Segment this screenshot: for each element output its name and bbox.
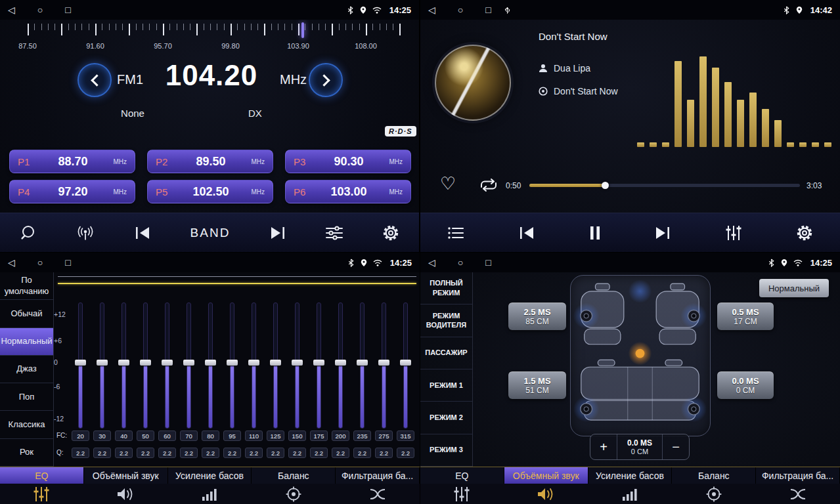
tab-surround[interactable]: Объёмный звук: [84, 467, 168, 484]
eq-band-slider[interactable]: [113, 303, 135, 429]
eq-band-slider[interactable]: [200, 303, 221, 429]
bass-boost-icon[interactable]: [588, 484, 673, 504]
tab-balance[interactable]: Баланс: [672, 467, 756, 484]
eq-slider-handle[interactable]: [292, 360, 303, 366]
settings-gear-button[interactable]: [382, 224, 399, 242]
delay-front-right[interactable]: 0.5 MS 17 CM: [717, 303, 774, 330]
nav-back-button[interactable]: [8, 258, 15, 267]
mode-3[interactable]: РЕЖИМ 3: [420, 434, 472, 467]
surround-speaker-icon[interactable]: [504, 484, 588, 504]
balance-target-icon[interactable]: [252, 484, 336, 504]
eq-band-slider[interactable]: [351, 303, 373, 429]
eq-band-slider[interactable]: [395, 303, 416, 429]
tab-bass-boost[interactable]: Усиление басов: [168, 467, 252, 484]
pause-button[interactable]: [589, 226, 601, 240]
eq-band-slider[interactable]: [135, 303, 156, 429]
nav-home-button[interactable]: [458, 258, 463, 267]
eq-slider-handle[interactable]: [140, 360, 151, 366]
preset-button-p2[interactable]: P289.50MHz: [147, 150, 273, 173]
equalizer-button[interactable]: [725, 225, 742, 241]
eq-band-slider[interactable]: [308, 303, 330, 429]
nav-home-button[interactable]: [37, 5, 43, 14]
eq-slider-handle[interactable]: [118, 360, 129, 366]
eq-slider-track[interactable]: [143, 303, 148, 429]
crossover-filter-icon[interactable]: [336, 484, 420, 504]
tab-bass-boost[interactable]: Усиление басов: [588, 467, 673, 484]
eq-preset-rock[interactable]: Рок: [0, 439, 53, 467]
tune-down-button[interactable]: [77, 63, 112, 97]
eq-slider-track[interactable]: [317, 303, 321, 429]
nav-home-button[interactable]: [458, 5, 463, 14]
crossover-filter-icon[interactable]: [756, 484, 840, 504]
eq-slider-handle[interactable]: [97, 360, 108, 366]
eq-slider-handle[interactable]: [248, 360, 259, 366]
eq-slider-handle[interactable]: [75, 360, 86, 366]
eq-band-slider[interactable]: [91, 303, 113, 429]
bass-boost-icon[interactable]: [168, 484, 252, 504]
delay-front-left[interactable]: 2.5 MS 85 CM: [508, 303, 566, 330]
surround-speaker-icon[interactable]: [84, 484, 168, 504]
preset-button-p1[interactable]: P188.70MHz: [9, 150, 135, 173]
mode-1[interactable]: РЕЖИМ 1: [420, 369, 472, 402]
eq-slider-track[interactable]: [252, 303, 256, 429]
eq-slider-track[interactable]: [122, 303, 126, 429]
eq-band-slider[interactable]: [70, 303, 91, 429]
eq-slider-handle[interactable]: [335, 360, 346, 366]
previous-track-button[interactable]: [518, 226, 535, 240]
nav-back-button[interactable]: [428, 5, 435, 14]
eq-slider-handle[interactable]: [313, 360, 324, 366]
progress-thumb[interactable]: [602, 182, 609, 189]
tab-balance[interactable]: Баланс: [252, 467, 336, 484]
eq-slider-track[interactable]: [165, 303, 169, 429]
scan-button[interactable]: [20, 224, 37, 242]
next-station-button[interactable]: [269, 226, 286, 240]
eq-band-slider[interactable]: [178, 303, 200, 429]
broadcast-antenna-button[interactable]: [76, 225, 95, 241]
eq-slider-track[interactable]: [187, 303, 191, 429]
preset-button-p5[interactable]: P5102.50MHz: [147, 180, 273, 203]
tab-eq[interactable]: EQ: [420, 467, 504, 484]
eq-preset-custom[interactable]: Обычай: [0, 300, 53, 327]
field-preset-button[interactable]: Нормальный: [759, 279, 829, 297]
eq-preset-classic[interactable]: Классика: [0, 411, 53, 438]
preset-button-p4[interactable]: P497.20MHz: [9, 180, 135, 203]
tune-settings-button[interactable]: [325, 226, 343, 240]
mode-driver[interactable]: РЕЖИМ ВОДИТЕЛЯ: [420, 304, 472, 337]
eq-band-slider[interactable]: [156, 303, 178, 429]
eq-slider-track[interactable]: [208, 303, 213, 429]
eq-slider-track[interactable]: [295, 303, 299, 429]
delay-increase-button[interactable]: +: [590, 434, 617, 459]
mode-2[interactable]: РЕЖИМ 2: [420, 402, 472, 434]
eq-slider-track[interactable]: [382, 303, 386, 429]
eq-band-slider[interactable]: [286, 303, 308, 429]
tuning-indicator[interactable]: [301, 22, 304, 38]
progress-slider[interactable]: [529, 184, 800, 187]
tab-filter[interactable]: Фильтрация ба...: [336, 467, 420, 484]
favorite-heart-button[interactable]: [440, 173, 456, 194]
eq-slider-track[interactable]: [273, 303, 278, 429]
eq-slider-handle[interactable]: [400, 360, 411, 366]
eq-slider-handle[interactable]: [378, 360, 389, 366]
eq-slider-handle[interactable]: [183, 360, 194, 366]
nav-recents-button[interactable]: [485, 5, 491, 14]
eq-slider-handle[interactable]: [357, 360, 368, 366]
eq-slider-handle[interactable]: [162, 360, 173, 366]
eq-preset-normal[interactable]: Нормальный: [0, 328, 53, 356]
eq-slider-track[interactable]: [338, 303, 343, 429]
next-track-button[interactable]: [654, 226, 671, 240]
frequency-ruler[interactable]: [9, 24, 410, 39]
eq-preset-pop[interactable]: Поп: [0, 383, 53, 411]
eq-band-slider[interactable]: [221, 303, 243, 429]
balance-target-icon[interactable]: [672, 484, 756, 504]
delay-rear-right[interactable]: 0.0 MS 0 CM: [717, 371, 774, 399]
tab-surround[interactable]: Объёмный звук: [504, 467, 588, 484]
eq-preset-default[interactable]: По умолчанию: [0, 272, 53, 300]
nav-recents-button[interactable]: [65, 5, 70, 14]
eq-slider-track[interactable]: [100, 303, 104, 429]
nav-recents-button[interactable]: [485, 258, 491, 267]
eq-slider-handle[interactable]: [270, 360, 281, 366]
tab-eq[interactable]: EQ: [0, 467, 84, 484]
previous-station-button[interactable]: [134, 226, 151, 240]
nav-back-button[interactable]: [428, 258, 435, 267]
nav-back-button[interactable]: [8, 5, 15, 14]
